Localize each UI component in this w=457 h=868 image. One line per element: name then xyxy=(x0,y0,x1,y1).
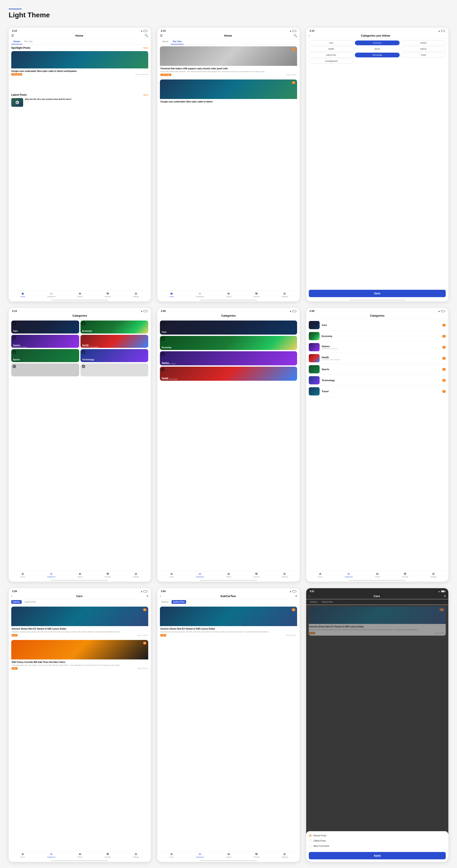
latest-post-1[interactable]: ▶ Why has the UK's wet summer been bad f… xyxy=(11,98,148,107)
spotlight-main-card[interactable]: Google uses underwater fibre-optic cable… xyxy=(11,51,148,77)
pill-cars[interactable]: Cars xyxy=(309,40,354,45)
genesis-card-9[interactable]: 12 Genesis Shows New EV Variant of G80 L… xyxy=(309,607,446,636)
hamburger-icon-1[interactable]: ☰ xyxy=(11,34,14,37)
bottom-nav-cats-8[interactable]: Categories xyxy=(196,852,204,858)
pill-travel[interactable]: Travel xyxy=(401,53,446,57)
bottom-nav-cats-6[interactable]: Categories xyxy=(345,572,353,578)
cat-tech-4[interactable]: 3 Technology xyxy=(80,349,149,362)
bottom-nav-settings-7[interactable]: Settings xyxy=(133,852,139,858)
bottom-nav-fav-5[interactable]: Favorite xyxy=(253,572,260,578)
pill-economy[interactable]: Economy xyxy=(355,40,400,45)
cat-list-tech[interactable]: Technology 3 xyxy=(309,375,446,386)
sub-tab-subcar-9[interactable]: SubCar xyxy=(309,600,319,604)
cat-games-4[interactable]: 1 Games Gaming and E-Sport xyxy=(11,335,79,348)
tab-foryou-2[interactable]: For You xyxy=(171,39,184,44)
bottom-nav-fav-7[interactable]: Favorite xyxy=(104,852,111,858)
bottom-nav-videos-4[interactable]: Videos xyxy=(77,572,83,578)
sort-icon-9[interactable]: ≡ xyxy=(444,594,446,598)
back-arrow-3[interactable]: ‹ xyxy=(309,34,310,37)
sort-icon-7[interactable]: ≡ xyxy=(146,594,148,598)
bottom-nav-videos-6[interactable]: Videos xyxy=(375,572,380,578)
apply-button[interactable]: Apply xyxy=(309,852,446,859)
feed-card-chili[interactable]: 1 Chemical that makes chilli peppers spi… xyxy=(160,46,297,77)
bottom-nav-cats-4[interactable]: Categories xyxy=(47,572,55,578)
cat-list-sports[interactable]: Sports 0 xyxy=(309,364,446,375)
bottom-nav-cats-2[interactable]: Categories xyxy=(196,292,204,298)
bottom-nav-videos-8[interactable]: Videos xyxy=(226,852,231,858)
pill-sports[interactable]: Sports xyxy=(355,46,400,51)
bottom-nav-cats-7[interactable]: Categories xyxy=(47,852,55,858)
pill-subcar[interactable]: SubCar xyxy=(401,46,446,51)
genesis-card-7[interactable]: 0 Genesis Shows New EV Variant of G80 Lu… xyxy=(11,607,148,638)
pill-uncategorized[interactable]: Uncategorized xyxy=(309,59,354,63)
bottom-nav-home-6[interactable]: Home xyxy=(318,572,322,578)
sub-tab-subcartwo[interactable]: SubCarTwo xyxy=(23,600,37,604)
tab-home-2[interactable]: Home xyxy=(160,39,170,44)
corvette-card-7[interactable]: 6 2022 Chevy Corvette Will Add Three Hot… xyxy=(11,640,148,671)
cat-wide-cars[interactable]: 2 Cars xyxy=(160,320,297,335)
bottom-nav-cats[interactable]: Categories xyxy=(47,292,55,298)
sub-tab-subcartwo-8[interactable]: SubCarTwo xyxy=(172,600,186,604)
search-icon-2[interactable]: 🔍 xyxy=(293,34,297,37)
pill-games[interactable]: Games xyxy=(401,40,446,45)
search-icon-1[interactable]: 🔍 xyxy=(144,34,148,37)
cat-wide-games[interactable]: 0 Games Gaming and E-Sport xyxy=(160,351,297,365)
bottom-nav-settings-5[interactable]: Settings xyxy=(282,572,288,578)
latest-more[interactable]: More xyxy=(143,94,149,96)
cat-list-cars[interactable]: Cars 2 xyxy=(309,320,446,331)
cat-extra2-4[interactable]: 0 xyxy=(80,363,149,376)
tab-home-1[interactable]: Home xyxy=(11,39,22,44)
cat-list-travel[interactable]: Travel 2 xyxy=(309,386,446,397)
bottom-nav-home[interactable]: Home xyxy=(21,292,25,298)
cat-cars-4[interactable]: 2 Cars xyxy=(11,320,79,334)
bottom-nav-fav-4[interactable]: Favorite xyxy=(104,572,111,578)
bottom-nav-cats-5[interactable]: Categories xyxy=(196,572,204,578)
cat-wide-health[interactable]: 3 Health Stay Safe, Stay Healthy xyxy=(160,367,297,381)
cat-economy-4[interactable]: 0 Economy xyxy=(80,320,149,334)
bottom-nav-videos-5[interactable]: Videos xyxy=(226,572,231,578)
cat-extra-4[interactable]: 0 xyxy=(11,363,79,376)
bottom-nav-videos-7[interactable]: Videos xyxy=(77,852,83,858)
back-arrow-9[interactable]: ‹ xyxy=(309,594,310,598)
radio-oldest[interactable]: Oldest Posts xyxy=(309,838,446,843)
pill-technology[interactable]: Technology xyxy=(355,53,400,57)
bottom-nav-fav-2[interactable]: Favorite xyxy=(253,292,260,298)
cat-health-4[interactable]: Health Stay Safe, Stay Healthy xyxy=(80,335,149,348)
bottom-nav-settings-2[interactable]: Settings xyxy=(282,292,288,298)
sub-tab-subcartwo-9[interactable]: SubCarTwo xyxy=(321,600,334,604)
play-btn[interactable]: ▶ xyxy=(15,101,19,104)
bottom-nav-home-5[interactable]: Home xyxy=(169,572,174,578)
cat-list-games[interactable]: Games Gaming and E-Sport 3 xyxy=(309,342,446,353)
pill-health[interactable]: Health xyxy=(309,46,354,51)
bottom-nav-settings-8[interactable]: Settings xyxy=(282,852,288,858)
genesis-card-8[interactable]: 0 Genesis Shows New EV Variant of G80 Lu… xyxy=(160,607,297,638)
back-arrow-8[interactable]: ‹ xyxy=(160,594,161,598)
bottom-nav-fav-8[interactable]: Favorite xyxy=(253,852,260,858)
sub-tab-subcar-8[interactable]: SubCar xyxy=(160,600,170,604)
bottom-nav-fav[interactable]: Favorite xyxy=(104,292,111,298)
bottom-nav-home-4[interactable]: Home xyxy=(21,572,25,578)
bottom-nav-settings[interactable]: Settings xyxy=(133,292,139,298)
bottom-nav-fav-6[interactable]: Favorite xyxy=(402,572,408,578)
bottom-nav-videos-2[interactable]: Videos xyxy=(226,292,231,298)
spotlight-more[interactable]: More xyxy=(143,47,149,49)
radio-recent[interactable]: Recent Posts xyxy=(309,833,446,838)
tab-foryou-1[interactable]: For You xyxy=(22,39,35,44)
sort-icon-8[interactable]: ≡ xyxy=(295,594,297,598)
bottom-nav-home-8[interactable]: Home xyxy=(169,852,174,858)
bottom-nav-home-7[interactable]: Home xyxy=(21,852,25,858)
cat-list-economy[interactable]: Economy 5 xyxy=(309,331,446,342)
bottom-nav-settings-4[interactable]: Settings xyxy=(133,572,139,578)
sub-tab-subcar[interactable]: SubCar xyxy=(11,600,22,604)
cat-list-health[interactable]: Health Stay Safe, Stay Healthy 1 xyxy=(309,353,446,364)
back-arrow-7[interactable]: ‹ xyxy=(11,594,12,598)
cat-wide-economy[interactable]: 0 Economy xyxy=(160,336,297,350)
hamburger-icon-2[interactable]: ☰ xyxy=(160,34,163,37)
bottom-nav-home-2[interactable]: Home xyxy=(169,292,174,298)
pill-subcar-two[interactable]: SubCarTwo xyxy=(309,53,354,57)
feed-card-cable[interactable]: 0 Google uses underwater fibre-optic cab… xyxy=(160,80,297,105)
bottom-nav-settings-6[interactable]: Settings xyxy=(430,572,436,578)
radio-comments[interactable]: Most Comments xyxy=(309,843,446,848)
bottom-nav-videos[interactable]: Videos xyxy=(77,292,83,298)
save-button[interactable]: Save xyxy=(309,290,446,297)
